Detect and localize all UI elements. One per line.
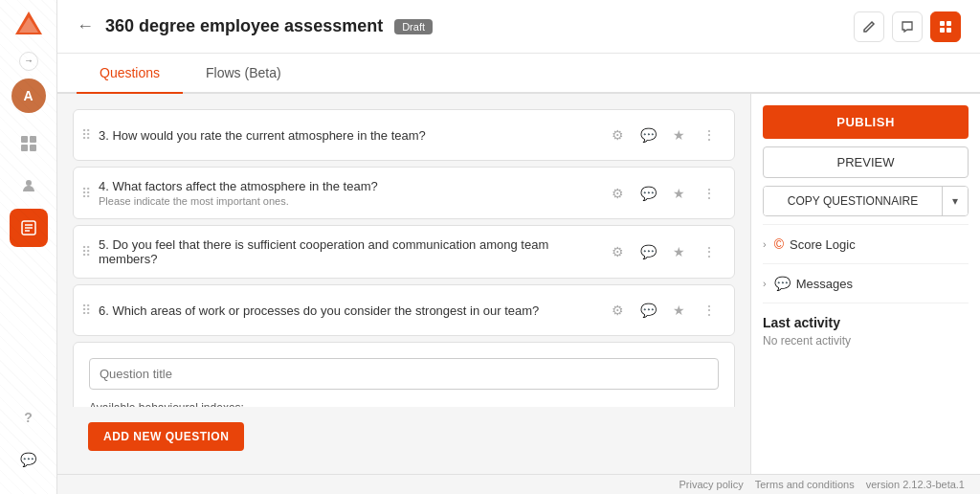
svg-rect-5 bbox=[30, 145, 36, 151]
svg-point-6 bbox=[26, 180, 32, 186]
preview-button[interactable]: PREVIEW bbox=[763, 146, 969, 178]
question-settings-icon[interactable]: ⚙ bbox=[604, 122, 631, 148]
question-comment-icon[interactable]: 💬 bbox=[635, 180, 661, 207]
copy-questionnaire-button[interactable]: COPY QUESTIONNAIRE bbox=[764, 187, 942, 215]
question-settings-icon[interactable]: ⚙ bbox=[604, 297, 631, 324]
draft-badge: Draft bbox=[394, 19, 433, 34]
messages-section: › 💬 Messages bbox=[763, 263, 969, 295]
score-logic-label: Score Logic bbox=[790, 237, 856, 252]
sidebar-item-help2[interactable]: 💬 bbox=[10, 440, 48, 479]
drag-handle[interactable]: ⠿ bbox=[81, 127, 91, 143]
people-icon bbox=[20, 177, 37, 194]
main-content: ← 360 degree employee assessment Draft Q… bbox=[57, 0, 980, 494]
comment-button[interactable] bbox=[892, 11, 923, 42]
dashboard-icon bbox=[20, 135, 37, 152]
sidebar: ← A ? 💬 bbox=[0, 0, 57, 494]
question-actions: ⚙ 💬 ★ ⋮ bbox=[604, 238, 723, 265]
user-avatar[interactable]: A bbox=[11, 79, 46, 113]
question-more-icon[interactable]: ⋮ bbox=[696, 238, 723, 265]
question-title: 6. Which areas of work or processes do y… bbox=[99, 303, 596, 318]
sidebar-collapse-button[interactable]: ← bbox=[19, 52, 38, 71]
question-text: 5. Do you feel that there is sufficient … bbox=[99, 237, 596, 266]
chevron-right-icon: ← bbox=[24, 56, 33, 67]
sidebar-item-forms[interactable] bbox=[10, 209, 48, 247]
question-text: 6. Which areas of work or processes do y… bbox=[99, 303, 596, 318]
sidebar-item-help1[interactable]: ? bbox=[10, 398, 48, 437]
content-area: ⠿ 3. How would you rate the current atmo… bbox=[57, 94, 980, 474]
messages-header[interactable]: › 💬 Messages bbox=[763, 272, 969, 295]
sidebar-item-people[interactable] bbox=[10, 167, 48, 205]
terms-link[interactable]: Terms and conditions bbox=[755, 479, 855, 490]
question-actions: ⚙ 💬 ★ ⋮ bbox=[604, 122, 723, 148]
add-new-question-button[interactable]: ADD NEW QUESTION bbox=[88, 422, 244, 451]
forms-icon bbox=[20, 219, 37, 236]
question-more-icon[interactable]: ⋮ bbox=[696, 297, 723, 324]
copy-questionnaire-row: COPY QUESTIONNAIRE ▾ bbox=[763, 186, 969, 216]
svg-rect-2 bbox=[21, 136, 28, 143]
drag-handle[interactable]: ⠿ bbox=[81, 303, 91, 318]
right-sidebar: PUBLISH PREVIEW COPY QUESTIONNAIRE ▾ › ©… bbox=[750, 94, 980, 474]
tab-questions[interactable]: Questions bbox=[77, 54, 183, 94]
last-activity-title: Last activity bbox=[763, 315, 969, 330]
question-text: 3. How would you rate the current atmosp… bbox=[99, 128, 596, 143]
svg-rect-12 bbox=[947, 21, 951, 26]
grid-button[interactable] bbox=[930, 11, 961, 42]
tab-flows[interactable]: Flows (Beta) bbox=[183, 54, 304, 94]
question-row: ⠿ 3. How would you rate the current atmo… bbox=[73, 109, 735, 161]
svg-rect-14 bbox=[947, 28, 951, 33]
question-title: 3. How would you rate the current atmosp… bbox=[99, 128, 596, 143]
score-logic-icon: © bbox=[774, 236, 784, 252]
question-comment-icon[interactable]: 💬 bbox=[635, 122, 661, 148]
chevron-right-icon: › bbox=[763, 238, 767, 250]
page-header: ← 360 degree employee assessment Draft bbox=[57, 0, 980, 54]
question-star-icon[interactable]: ★ bbox=[665, 238, 692, 265]
last-activity-value: No recent activity bbox=[763, 334, 969, 348]
messages-icon: 💬 bbox=[774, 276, 791, 291]
questions-panel: ⠿ 3. How would you rate the current atmo… bbox=[57, 94, 750, 474]
question-more-icon[interactable]: ⋮ bbox=[696, 122, 723, 148]
chevron-right-icon: › bbox=[763, 278, 767, 289]
drag-handle[interactable]: ⠿ bbox=[81, 186, 91, 201]
question-title: 4. What factors affect the atmosphere in… bbox=[99, 179, 596, 193]
svg-rect-11 bbox=[940, 21, 945, 26]
question-comment-icon[interactable]: 💬 bbox=[635, 238, 661, 265]
last-activity-section: Last activity No recent activity bbox=[763, 303, 969, 348]
publish-button[interactable]: PUBLISH bbox=[763, 105, 969, 139]
comment-icon bbox=[901, 20, 914, 34]
questions-list: ⠿ 3. How would you rate the current atmo… bbox=[73, 109, 735, 407]
question-settings-icon[interactable]: ⚙ bbox=[604, 180, 631, 207]
edit-button[interactable] bbox=[854, 11, 884, 42]
score-logic-section: › © Score Logic bbox=[763, 224, 969, 256]
svg-rect-4 bbox=[21, 145, 28, 151]
available-indexes-label: Available behavioural indexes: bbox=[89, 401, 719, 407]
drag-handle[interactable]: ⠿ bbox=[81, 244, 91, 259]
question-title-input[interactable] bbox=[89, 358, 719, 390]
question-star-icon[interactable]: ★ bbox=[665, 122, 692, 148]
header-actions bbox=[854, 11, 961, 42]
question-star-icon[interactable]: ★ bbox=[665, 180, 692, 207]
sidebar-item-dashboard[interactable] bbox=[10, 124, 48, 163]
copy-dropdown-button[interactable]: ▾ bbox=[942, 187, 968, 215]
question-row: ⠿ 6. Which areas of work or processes do… bbox=[73, 284, 735, 336]
messages-label: Messages bbox=[796, 277, 853, 291]
privacy-policy-link[interactable]: Privacy policy bbox=[679, 479, 743, 490]
edit-icon bbox=[862, 20, 876, 34]
page-title: 360 degree employee assessment bbox=[105, 16, 383, 36]
sidebar-navigation bbox=[10, 124, 48, 398]
chevron-down-icon: ▾ bbox=[952, 194, 958, 208]
question-title: 5. Do you feel that there is sufficient … bbox=[99, 237, 596, 266]
question-more-icon[interactable]: ⋮ bbox=[696, 180, 723, 207]
grid-icon bbox=[939, 20, 952, 34]
tabs-bar: Questions Flows (Beta) bbox=[57, 54, 980, 94]
question-settings-icon[interactable]: ⚙ bbox=[604, 238, 631, 265]
question-row: ⠿ 5. Do you feel that there is sufficien… bbox=[73, 225, 735, 279]
question-star-icon[interactable]: ★ bbox=[665, 297, 692, 324]
question-comment-icon[interactable]: 💬 bbox=[635, 297, 661, 324]
question-subtitle: Please indicate the most important ones. bbox=[99, 195, 596, 207]
score-logic-header[interactable]: › © Score Logic bbox=[763, 233, 969, 256]
back-button[interactable]: ← bbox=[77, 16, 94, 36]
question-actions: ⚙ 💬 ★ ⋮ bbox=[604, 180, 723, 207]
question-actions: ⚙ 💬 ★ ⋮ bbox=[604, 297, 723, 324]
version-label: version 2.12.3-beta.1 bbox=[866, 479, 965, 490]
question-row: ⠿ 4. What factors affect the atmosphere … bbox=[73, 167, 735, 219]
